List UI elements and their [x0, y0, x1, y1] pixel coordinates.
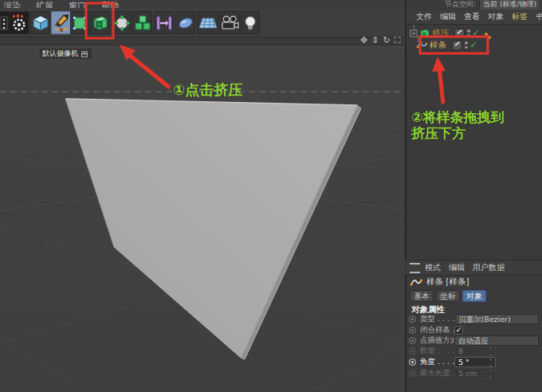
om-menu-edit[interactable]: 编辑 [440, 11, 456, 22]
prop-row-number: 数量 . . . . 8⌃⌄ [405, 346, 542, 356]
menu-window[interactable]: 窗口 [69, 0, 86, 8]
keyframe-radio-icon[interactable] [409, 316, 416, 323]
tab-coordinates[interactable]: 坐标 [436, 290, 460, 302]
main-menubar: 渲染 扩展 窗口 帮助 [0, 0, 404, 8]
zoom-view-icon[interactable]: ⇕ [371, 35, 379, 45]
keyframe-radio-icon[interactable] [409, 347, 416, 355]
close-spline-checkbox[interactable]: ✓ [454, 326, 463, 335]
om-menu-file[interactable]: 文件 [416, 11, 432, 22]
camera-label-text: 默认摄像机 [42, 49, 78, 59]
prop-label: 角度 . . . . [420, 357, 454, 367]
expand-toggle-icon[interactable] [410, 29, 418, 37]
object-name: 样条 [430, 40, 449, 51]
toolbar [0, 9, 404, 37]
spline-object-icon [410, 276, 422, 288]
menu-extensions[interactable]: 扩展 [36, 0, 53, 8]
spinner-icon[interactable]: ⌃⌄ [489, 359, 493, 367]
am-menu-userdata[interactable]: 用户数据 [473, 262, 505, 273]
prop-row-max-length: 最大长度 . 5 cm⌃⌄ [405, 368, 542, 378]
attribute-tabs: 基本 坐标 对象 [410, 290, 486, 302]
floor-icon[interactable] [197, 11, 218, 34]
attribute-manager-menubar: 模式 编辑 用户数据 [405, 260, 542, 276]
note-step2: ②将样条拖拽到 挤压下方 [411, 109, 504, 141]
viewport-controls: ✥ ⇕ ↻ ⛶ [356, 35, 400, 45]
extrude-object-icon [419, 28, 430, 38]
keyframe-radio-icon[interactable] [409, 370, 416, 377]
node-space-label: 节点空间: [445, 0, 476, 10]
keyframe-radio-icon[interactable] [409, 337, 416, 344]
attribute-object-title: 样条 [样条] [405, 275, 542, 289]
add-cube-icon[interactable] [30, 11, 50, 34]
camera-glyph-icon [81, 51, 89, 57]
spinner-icon[interactable]: ⌃⌄ [489, 370, 493, 378]
keyframe-radio-icon[interactable] [409, 327, 416, 334]
node-space-bar: 节点空间: 当前 (标准/物理) [406, 0, 542, 10]
camera-label[interactable]: 默认摄像机 [40, 49, 92, 59]
tab-object[interactable]: 对象 [462, 290, 486, 302]
metaball-icon[interactable] [175, 11, 195, 34]
object-properties-panel: 对象属性 类型 . . . . 贝塞尔(Bezier) 闭合样条 . ✓ 点插值… [405, 303, 542, 316]
array-icon[interactable] [132, 11, 152, 34]
angle-field[interactable]: 5 °⌃⌄ [454, 357, 496, 367]
pan-view-icon[interactable]: ✥ [360, 35, 367, 45]
object-title-text: 样条 [样条] [426, 276, 469, 288]
interpolation-dropdown[interactable]: 自动适应 [454, 335, 539, 346]
c4d-window: 渲染 扩展 窗口 帮助 [0, 0, 542, 392]
prop-row-type: 类型 . . . . 贝塞尔(Bezier) [405, 314, 542, 324]
prop-row-angle: 角度 . . . . 5 °⌃⌄ [405, 357, 542, 367]
tab-basic[interactable]: 基本 [410, 290, 434, 302]
prop-label: 类型 . . . . [420, 314, 454, 324]
sphere-points-icon[interactable] [112, 11, 132, 34]
om-menu-view[interactable]: 查看 [464, 11, 480, 22]
type-dropdown[interactable]: 贝塞尔(Bezier) [454, 314, 539, 324]
edit-toggle-icon[interactable] [454, 29, 465, 38]
viewport-menubar [0, 37, 404, 45]
enable-check-icon[interactable]: ✓ [470, 41, 477, 49]
max-length-field[interactable]: 5 cm⌃⌄ [454, 368, 496, 378]
enable-check-icon[interactable]: ✓ [473, 29, 480, 37]
object-row-extrude[interactable]: 挤压 ✓ [406, 27, 492, 39]
note-step1: ①点击挤压 [173, 82, 242, 98]
om-menu-object[interactable]: 对象 [488, 11, 504, 22]
om-menu-tags[interactable]: 标签 [512, 11, 528, 22]
visibility-dots-icon[interactable] [467, 29, 470, 37]
object-row-spline[interactable]: 样条 ✓ [406, 39, 477, 51]
light-icon[interactable] [241, 11, 260, 34]
node-space-value[interactable]: 当前 (标准/物理) [479, 0, 540, 10]
menu-render[interactable]: 渲染 [3, 0, 21, 8]
menu-help[interactable]: 帮助 [101, 0, 119, 8]
maximize-view-icon[interactable]: ⛶ [395, 35, 401, 45]
am-menu-edit[interactable]: 编辑 [449, 262, 465, 273]
phong-tag-icon[interactable] [485, 25, 492, 41]
edit-toggle-icon[interactable] [452, 41, 462, 50]
prop-label: 点插值方式 [420, 335, 458, 346]
rotate-view-icon[interactable]: ↻ [383, 35, 390, 45]
instance-icon[interactable] [154, 11, 174, 34]
number-field[interactable]: 8⌃⌄ [454, 346, 496, 356]
object-name: 挤压 [432, 28, 451, 39]
prop-label: 闭合样条 . [420, 325, 455, 335]
visibility-dots-icon[interactable] [465, 41, 468, 49]
hamburger-icon[interactable] [410, 263, 420, 273]
pen-spline-icon[interactable] [51, 11, 71, 34]
om-menu-bookmarks[interactable]: 书签 [536, 11, 542, 22]
prop-row-interpolation: 点插值方式 自动适应 [405, 335, 542, 346]
object-manager-menubar: 文件 编辑 查看 对象 标签 书签 [406, 10, 542, 25]
keyframe-radio-icon[interactable] [409, 359, 416, 366]
prop-label: 最大长度 . [420, 368, 455, 378]
spinner-icon[interactable]: ⌃⌄ [489, 347, 493, 355]
subdivision-surface-icon[interactable] [70, 11, 88, 34]
extrude-icon[interactable] [89, 11, 110, 34]
spline-object-icon [416, 40, 427, 50]
prop-label: 数量 . . . . [420, 346, 454, 356]
am-menu-mode[interactable]: 模式 [425, 262, 441, 273]
camera-icon[interactable] [219, 11, 240, 34]
prop-row-close-spline: 闭合样条 . ✓ [405, 325, 542, 335]
render-settings-icon[interactable] [9, 11, 29, 34]
extruded-object[interactable] [65, 99, 361, 359]
